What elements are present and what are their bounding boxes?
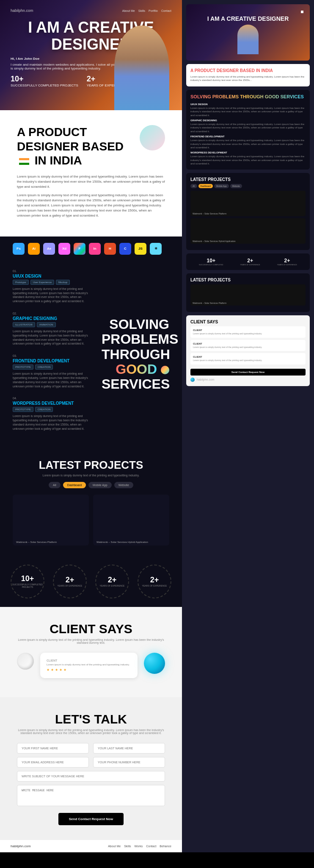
hero-nav-links: About Me Skills Portflio Contact: [122, 9, 171, 12]
footer-link-about[interactable]: About Me: [108, 845, 121, 848]
rp-submit-button[interactable]: Send Contact Request Now: [190, 369, 306, 376]
phone-input[interactable]: [93, 757, 165, 768]
project-card-1-label: Wattmonk – Solar Services Platform: [16, 541, 57, 543]
service-tags-3: PROTOTYPE CREATION: [13, 364, 93, 370]
client-title: CLIENT SAYS: [17, 622, 165, 636]
rp-project-card-1[interactable]: Wattmonk – Solar Services Platform: [190, 191, 306, 216]
hero-nav: habilphn.com About Me Skills Portflio Co…: [11, 8, 171, 13]
about-3d-decoration: [140, 125, 165, 150]
filter-website[interactable]: Website: [114, 482, 133, 488]
rp-stat-2: 2+ YEARS OF EXPERIENCE: [240, 258, 260, 266]
project-card-2[interactable]: Wattmonk – Solar Services Hybrid Applica…: [93, 495, 169, 545]
rp-project-card-2[interactable]: Wattmonk – Solar Services Hybrid Applica…: [190, 218, 306, 244]
projects-filters: All Dashboard Mobile App Website: [13, 482, 169, 488]
nav-skills[interactable]: Skills: [138, 9, 145, 12]
contact-section: LET'S TALK Lorem ipsum is simply dummy t…: [0, 697, 182, 840]
rp-logo-dot: [190, 378, 195, 382]
stat-3-number: 2+: [108, 576, 117, 584]
filter-mobile[interactable]: Mobile App: [88, 482, 112, 488]
footer-link-behance[interactable]: Behance: [160, 845, 171, 848]
service-tags-4: PROTOTYPE CREATION: [13, 407, 93, 412]
client-3d-ball: [17, 653, 34, 670]
skills-row: Ps Ai Ae Xd F In H C JS ⚛: [0, 236, 182, 261]
rp-stat-2-lbl: YEARS OF EXPERIENCE: [240, 264, 260, 266]
rp-client: CLIENT SAYS CLIENT Lorem ipsum is simply…: [186, 315, 310, 386]
service-number-2: 02.: [13, 312, 93, 315]
service-tag: PROTOTYPE: [13, 407, 33, 412]
footer-logo: habilphn.com: [11, 844, 31, 848]
solving-gradient-orb: [161, 366, 169, 374]
form-contact-row: [17, 757, 165, 768]
rp-service-header-2: GRAPHIC DESIGNING: [190, 119, 306, 122]
nav-about[interactable]: About Me: [122, 9, 135, 12]
service-tag: User Experience: [30, 280, 54, 285]
rp-service-text-4: Lorem ipsum is simply dummy text of the …: [190, 155, 306, 165]
rp-solving-title: SOLVING PROBLEMS THROUGH GOOD SERVICES: [190, 94, 306, 100]
rp-stat-1: 10+ SUCCESSFULLY COMPLETED: [199, 258, 223, 266]
nav-contact[interactable]: Contact: [161, 9, 171, 12]
rp-stat-1-lbl: SUCCESSFULLY COMPLETED: [199, 264, 223, 266]
first-name-input[interactable]: [17, 743, 89, 754]
rp-projects-title: LATEST PROJECTS: [190, 177, 306, 182]
service-number-3: 03.: [13, 354, 93, 357]
stat-4-number: 2+: [150, 576, 159, 584]
rp-client-text-3: Lorem ipsum is simply dummy text of the …: [193, 359, 303, 362]
service-number-4: 04.: [13, 397, 93, 400]
skill-react-icon: ⚛: [150, 243, 162, 255]
rp-about-text: Lorem ipsum is simply dummy text of the …: [190, 75, 306, 82]
star-2: ★: [51, 668, 54, 672]
rp-filter-website[interactable]: Website: [230, 184, 242, 188]
rp-stats: 10+ SUCCESSFULLY COMPLETED 2+ YEARS OF E…: [186, 253, 310, 270]
project-card-1[interactable]: Wattmonk – Solar Services Platform: [13, 495, 89, 545]
left-content: habilphn.com About Me Skills Portflio Co…: [0, 0, 182, 852]
service-text-1: Lorem ipsum is simply dummy text of the …: [13, 287, 93, 303]
filter-all[interactable]: All: [49, 482, 61, 488]
rp-solving: SOLVING PROBLEMS THROUGH GOOD SERVICES U…: [186, 90, 310, 170]
service-tag: PROTOTYPE: [13, 364, 33, 370]
rp-stat-3: 2+ YEARS OF EXPERIENCE: [277, 258, 297, 266]
rp-project-label-2: Wattmonk – Solar Services Hybrid Applica…: [193, 240, 236, 242]
filter-dashboard[interactable]: Dashboard: [63, 482, 86, 488]
footer-link-contact[interactable]: Contact: [146, 845, 156, 848]
projects-section: LATEST PROJECTS Lorem ipsum is simply du…: [0, 448, 182, 556]
services-list: 01. UI/UX DESIGN Prototype User Experien…: [13, 270, 93, 440]
star-4: ★: [59, 668, 62, 672]
rp-filter-dashboard[interactable]: Dashboard: [198, 184, 213, 188]
about-para-2: Lorem ipsum is simply dummy text of the …: [17, 193, 165, 218]
rp-stat-1-num: 10+: [199, 258, 223, 264]
rp-projects-2: LATEST PROJECTS Wattmonk – Solar Service…: [186, 273, 310, 312]
email-input[interactable]: [17, 757, 89, 768]
form-name-row: [17, 743, 165, 754]
footer-bar: habilphn.com About Me Skills Works Conta…: [0, 840, 182, 852]
india-flag-icon: [19, 158, 29, 165]
footer-link-works[interactable]: Works: [135, 845, 143, 848]
rp-service-header-3: FRONTEND DEVELOPMENT: [190, 135, 306, 138]
rp-service-text-2: Lorem ipsum is simply dummy text of the …: [190, 122, 306, 133]
rp-client-text: Lorem ipsum is simply dummy text of the …: [193, 332, 303, 335]
footer-link-skills[interactable]: Skills: [124, 845, 131, 848]
rp-filter-mobile[interactable]: Mobile App: [214, 184, 229, 188]
rp-filter-all[interactable]: All: [190, 184, 197, 188]
service-text-4: Lorem ipsum is simply dummy text of the …: [13, 414, 93, 431]
contact-form: Send Contact Request Now: [17, 743, 165, 825]
nav-portfolio[interactable]: Portflio: [149, 9, 158, 12]
service-item-2: 02. GRAPHIC DESIGNING ILLUSTRATOR ANIMAT…: [13, 312, 93, 346]
client-subtitle: Lorem ipsum is simply dummy text of the …: [17, 638, 165, 644]
subject-input[interactable]: [17, 771, 165, 782]
rp-project-mini-label-1: Wattmonk – Solar Services Platform: [193, 302, 226, 304]
submit-button[interactable]: Send Contact Request Now: [58, 813, 124, 825]
client-name: CLIENT: [47, 659, 131, 662]
skill-xd-icon: Xd: [58, 243, 70, 255]
service-name-4: WORDPRESS DEVELOPMENT: [13, 401, 93, 406]
message-textarea[interactable]: [17, 785, 165, 806]
last-name-input[interactable]: [93, 743, 165, 754]
rp-client-card-2: CLIENT Lorem ipsum is simply dummy text …: [190, 340, 306, 351]
footer-links: About Me Skills Works Contact Behance: [108, 845, 171, 848]
rp-client-title: CLIENT SAYS: [190, 320, 306, 324]
service-tags-1: Prototype User Experience Mockup: [13, 280, 93, 285]
rp-project-mini-1[interactable]: Wattmonk – Solar Services Platform: [190, 284, 306, 306]
rp-filter-row: All Dashboard Mobile App Website: [190, 184, 306, 188]
rp-client-card-1: CLIENT Lorem ipsum is simply dummy text …: [190, 326, 306, 338]
rp-client-card-3: CLIENT Lorem ipsum is simply dummy text …: [190, 353, 306, 364]
hero-stat-1: 10+ SUCCESSFULLY COMPLETED PROJECTS: [11, 75, 78, 87]
